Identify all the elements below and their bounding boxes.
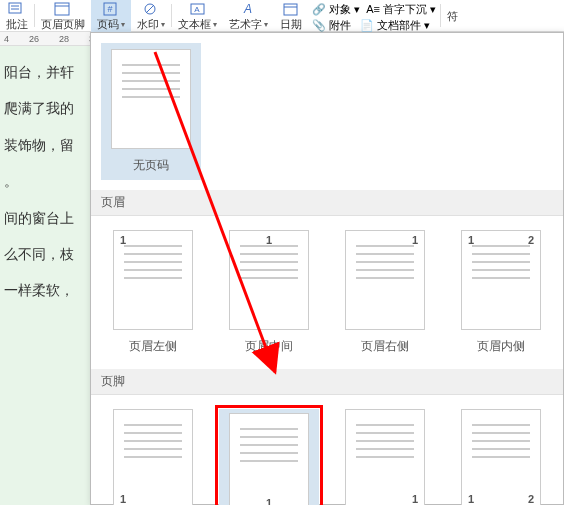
footer-center-option[interactable]: 1 页脚中间 <box>215 405 323 505</box>
header-section-label: 页眉 <box>91 190 563 216</box>
date-label: 日期 <box>280 17 302 32</box>
page-number-button[interactable]: # 页码▾ <box>91 0 131 32</box>
object-button[interactable]: 🔗 对象 ▾ A≡ 首字下沉 ▾ <box>312 2 436 17</box>
svg-text:#: # <box>107 4 112 14</box>
doc-line: 么不同，枝 <box>4 236 86 272</box>
doc-line: 。 <box>4 163 86 199</box>
svg-line-8 <box>146 5 154 13</box>
comment-label: 批注 <box>6 17 28 32</box>
date-icon <box>281 1 301 17</box>
header-left-option[interactable]: 1 页眉左侧 <box>99 226 207 359</box>
header-inner-option[interactable]: 12 页眉内侧 <box>447 226 555 359</box>
page-number-icon: # <box>101 1 121 17</box>
wordart-button[interactable]: A 艺术字▾ <box>223 0 274 32</box>
wordart-label: 艺术字▾ <box>229 17 268 32</box>
textbox-icon: A <box>188 1 208 17</box>
watermark-label: 水印▾ <box>137 17 165 32</box>
footer-inner-option[interactable]: 12 页脚内侧 <box>447 405 555 505</box>
header-footer-button[interactable]: 页眉页脚 <box>35 0 91 32</box>
no-page-number-label: 无页码 <box>133 157 169 174</box>
document-area: 阳台，并轩 爬满了我的 装饰物，留 。 间的窗台上 么不同，枝 一样柔软， <box>0 46 90 505</box>
right-tools-group: 🔗 对象 ▾ A≡ 首字下沉 ▾ 📎 附件 📄 文档部件 ▾ <box>308 0 440 31</box>
page-number-dropdown: 无页码 页眉 1 页眉左侧 1 页眉中间 1 页眉右侧 12 页眉内侧 页脚 1… <box>90 32 564 505</box>
svg-text:A: A <box>242 2 251 16</box>
no-page-number-option[interactable]: 无页码 <box>101 43 201 180</box>
footer-options-row: 1 页脚左侧 1 页脚中间 1 页脚右侧 12 页脚内侧 <box>91 395 563 505</box>
header-footer-label: 页眉页脚 <box>41 17 85 32</box>
symbol-label: 符 <box>447 9 458 24</box>
header-options-row: 1 页眉左侧 1 页眉中间 1 页眉右侧 12 页眉内侧 <box>91 216 563 369</box>
footer-left-option[interactable]: 1 页脚左侧 <box>99 405 207 505</box>
ribbon-toolbar: 批注 页眉页脚 # 页码▾ 水印▾ A 文本框▾ A 艺术字▾ 日期 🔗 对象 … <box>0 0 564 32</box>
header-right-option[interactable]: 1 页眉右侧 <box>331 226 439 359</box>
doc-line: 阳台，并轩 <box>4 54 86 90</box>
symbol-button[interactable]: 符 <box>441 0 464 32</box>
doc-line: 间的窗台上 <box>4 200 86 236</box>
attachment-button[interactable]: 📎 附件 📄 文档部件 ▾ <box>312 18 436 33</box>
svg-rect-12 <box>284 4 297 15</box>
textbox-button[interactable]: A 文本框▾ <box>172 0 223 32</box>
header-center-option[interactable]: 1 页眉中间 <box>215 226 323 359</box>
date-button[interactable]: 日期 <box>274 0 308 32</box>
doc-line: 一样柔软， <box>4 272 86 308</box>
header-footer-icon <box>53 1 73 17</box>
footer-section-label: 页脚 <box>91 369 563 395</box>
doc-line: 爬满了我的 <box>4 90 86 126</box>
textbox-label: 文本框▾ <box>178 17 217 32</box>
page-number-label: 页码▾ <box>97 17 125 32</box>
svg-text:A: A <box>194 5 200 14</box>
watermark-icon <box>141 1 161 17</box>
footer-right-option[interactable]: 1 页脚右侧 <box>331 405 439 505</box>
doc-line: 装饰物，留 <box>4 127 86 163</box>
svg-rect-0 <box>9 3 21 13</box>
comment-icon <box>7 1 27 17</box>
watermark-button[interactable]: 水印▾ <box>131 0 171 32</box>
svg-rect-3 <box>55 3 69 15</box>
comment-button[interactable]: 批注 <box>0 0 34 32</box>
wordart-icon: A <box>239 1 259 17</box>
